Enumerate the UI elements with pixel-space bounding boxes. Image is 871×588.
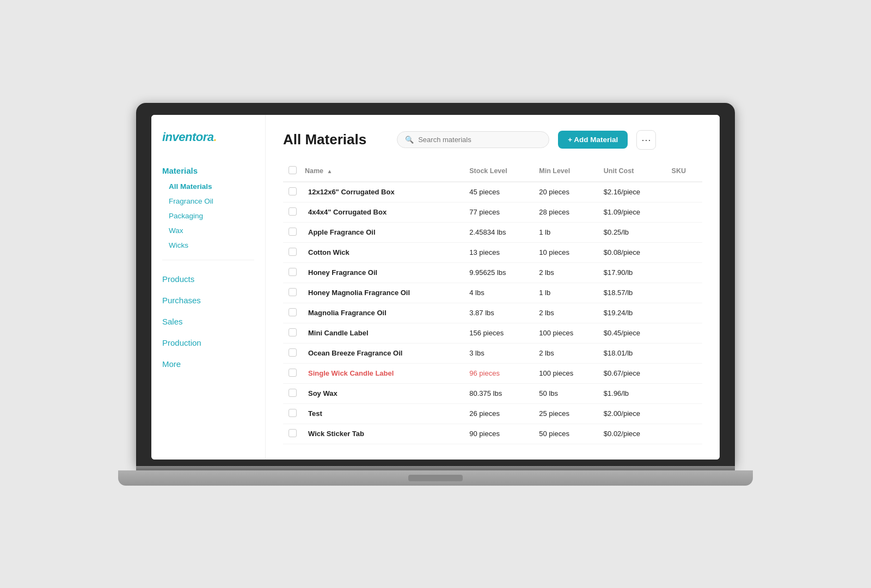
- sidebar-item-wicks[interactable]: Wicks: [162, 240, 254, 251]
- sidebar-item-materials[interactable]: Materials: [162, 166, 254, 175]
- add-material-button[interactable]: + Add Material: [558, 131, 628, 149]
- row-select-checkbox[interactable]: [289, 429, 297, 437]
- sku: [666, 403, 702, 424]
- stock-level: 90 pieces: [464, 424, 533, 444]
- unit-cost: $1.96/lb: [598, 383, 666, 403]
- row-select-checkbox[interactable]: [289, 348, 297, 357]
- row-checkbox-cell: [283, 403, 303, 424]
- row-checkbox-cell: [283, 242, 303, 262]
- row-select-checkbox[interactable]: [289, 308, 297, 316]
- stock-level: 45 pieces: [464, 182, 533, 203]
- search-box: 🔍: [397, 131, 549, 148]
- min-level: 2 lbs: [533, 303, 598, 323]
- sku: [666, 303, 702, 323]
- laptop-hinge: [136, 466, 735, 470]
- material-name[interactable]: Test: [303, 403, 464, 424]
- row-select-checkbox[interactable]: [289, 228, 297, 236]
- sidebar-item-fragrance-oil[interactable]: Fragrance Oil: [162, 195, 254, 207]
- table-row: Magnolia Fragrance Oil3.87 lbs2 lbs$19.2…: [283, 303, 702, 323]
- material-name[interactable]: Ocean Breeze Fragrance Oil: [303, 343, 464, 363]
- unit-cost: $19.24/lb: [598, 303, 666, 323]
- sidebar-item-products[interactable]: Products: [162, 271, 254, 287]
- min-level: 28 pieces: [533, 202, 598, 222]
- row-select-checkbox[interactable]: [289, 369, 297, 377]
- trackpad: [408, 475, 463, 481]
- row-checkbox-cell: [283, 182, 303, 203]
- sku: [666, 222, 702, 242]
- material-name[interactable]: Honey Magnolia Fragrance Oil: [303, 283, 464, 303]
- row-select-checkbox[interactable]: [289, 268, 297, 276]
- col-header-cost: Unit Cost: [598, 162, 666, 182]
- sidebar-item-more[interactable]: More: [162, 356, 254, 372]
- sidebar-item-production[interactable]: Production: [162, 335, 254, 351]
- row-select-checkbox[interactable]: [289, 409, 297, 417]
- sidebar-item-sales[interactable]: Sales: [162, 314, 254, 329]
- stock-level: 4 lbs: [464, 283, 533, 303]
- unit-cost: $18.01/lb: [598, 343, 666, 363]
- sku: [666, 202, 702, 222]
- material-name[interactable]: 12x12x6" Corrugated Box: [303, 182, 464, 203]
- unit-cost: $2.16/piece: [598, 182, 666, 203]
- stock-level: 2.45834 lbs: [464, 222, 533, 242]
- search-input[interactable]: [418, 136, 541, 144]
- row-checkbox-cell: [283, 202, 303, 222]
- row-select-checkbox[interactable]: [289, 207, 297, 216]
- col-header-min: Min Level: [533, 162, 598, 182]
- stock-level: 9.95625 lbs: [464, 262, 533, 283]
- table-row: Soy Wax80.375 lbs50 lbs$1.96/lb: [283, 383, 702, 403]
- row-checkbox-cell: [283, 303, 303, 323]
- sidebar-item-purchases[interactable]: Purchases: [162, 292, 254, 308]
- row-select-checkbox[interactable]: [289, 389, 297, 397]
- row-checkbox-cell: [283, 363, 303, 383]
- sku: [666, 424, 702, 444]
- material-name[interactable]: Cotton Wick: [303, 242, 464, 262]
- unit-cost: $0.45/piece: [598, 323, 666, 343]
- sku: [666, 323, 702, 343]
- material-name[interactable]: Single Wick Candle Label: [303, 363, 464, 383]
- sku: [666, 182, 702, 203]
- row-select-checkbox[interactable]: [289, 288, 297, 296]
- stock-level: 156 pieces: [464, 323, 533, 343]
- material-name[interactable]: Apple Fragrance Oil: [303, 222, 464, 242]
- ellipsis-icon: ⋯: [641, 134, 651, 146]
- sidebar-item-wax[interactable]: Wax: [162, 225, 254, 236]
- table-row: Honey Fragrance Oil9.95625 lbs2 lbs$17.9…: [283, 262, 702, 283]
- min-level: 25 pieces: [533, 403, 598, 424]
- unit-cost: $2.00/piece: [598, 403, 666, 424]
- stock-level: 3 lbs: [464, 343, 533, 363]
- material-name[interactable]: 4x4x4" Corrugated Box: [303, 202, 464, 222]
- stock-level: 3.87 lbs: [464, 303, 533, 323]
- laptop-base: [118, 470, 753, 486]
- sidebar-item-all-materials[interactable]: All Materials: [162, 181, 254, 192]
- sku: [666, 363, 702, 383]
- material-name[interactable]: Honey Fragrance Oil: [303, 262, 464, 283]
- material-name[interactable]: Wick Sticker Tab: [303, 424, 464, 444]
- min-level: 50 lbs: [533, 383, 598, 403]
- select-all-checkbox[interactable]: [289, 166, 297, 174]
- sidebar-item-packaging[interactable]: Packaging: [162, 210, 254, 222]
- col-header-sku: SKU: [666, 162, 702, 182]
- row-select-checkbox[interactable]: [289, 328, 297, 336]
- material-name[interactable]: Magnolia Fragrance Oil: [303, 303, 464, 323]
- row-select-checkbox[interactable]: [289, 248, 297, 256]
- page-title: All Materials: [283, 131, 366, 148]
- row-select-checkbox[interactable]: [289, 187, 297, 195]
- unit-cost: $0.02/piece: [598, 424, 666, 444]
- min-level: 100 pieces: [533, 323, 598, 343]
- sku: [666, 283, 702, 303]
- table-row: 4x4x4" Corrugated Box77 pieces28 pieces$…: [283, 202, 702, 222]
- more-options-button[interactable]: ⋯: [636, 130, 656, 150]
- min-level: 2 lbs: [533, 343, 598, 363]
- stock-level: 26 pieces: [464, 403, 533, 424]
- col-header-stock: Stock Level: [464, 162, 533, 182]
- sku: [666, 383, 702, 403]
- min-level: 10 pieces: [533, 242, 598, 262]
- row-checkbox-cell: [283, 424, 303, 444]
- material-name[interactable]: Soy Wax: [303, 383, 464, 403]
- material-name[interactable]: Mini Candle Label: [303, 323, 464, 343]
- row-checkbox-cell: [283, 222, 303, 242]
- sidebar: inventora. Materials All Materials Fragr…: [151, 115, 266, 460]
- row-checkbox-cell: [283, 262, 303, 283]
- table-row: Apple Fragrance Oil2.45834 lbs1 lb$0.25/…: [283, 222, 702, 242]
- table-row: Honey Magnolia Fragrance Oil4 lbs1 lb$18…: [283, 283, 702, 303]
